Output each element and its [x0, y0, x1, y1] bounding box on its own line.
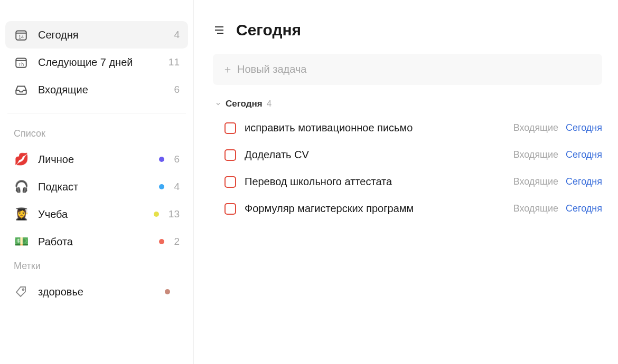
task-row[interactable]: Перевод школьного аттестата Входящие Сег… [213, 168, 602, 195]
sidebar-item-today[interactable]: 14 Сегодня 4 [5, 21, 188, 49]
sidebar: 14 Сегодня 4 Th Следующие 7 дней 11 Вход… [0, 0, 194, 364]
sidebar-item-inbox[interactable]: Входящие 6 [5, 76, 188, 103]
inbox-icon [14, 82, 29, 97]
sidebar-item-label: Сегодня [38, 29, 79, 41]
sidebar-item-label: Подкаст [38, 181, 78, 193]
task-checkbox[interactable] [224, 203, 236, 215]
svg-text:14: 14 [18, 34, 24, 40]
sidebar-list-study[interactable]: 👩‍🎓 Учеба 13 [5, 200, 188, 228]
sidebar-divider [7, 113, 186, 113]
task-group-count: 4 [267, 99, 271, 109]
task-meta: Входящие Сегодня [513, 203, 602, 214]
sidebar-list-work[interactable]: 💵 Работа 2 [5, 228, 188, 255]
sidebar-item-count: 6 [174, 84, 180, 95]
sidebar-item-label: Учеба [38, 208, 68, 221]
sidebar-item-label: Работа [38, 236, 73, 248]
task-meta: Входящие Сегодня [513, 176, 602, 187]
task-row[interactable]: исправить мотивационное письмо Входящие … [213, 114, 602, 141]
sidebar-item-label: здоровье [38, 286, 83, 298]
toggle-sidebar-icon[interactable] [213, 24, 226, 36]
sidebar-lists-header: Список [5, 123, 188, 146]
tag-icon [14, 284, 29, 299]
color-dot [154, 212, 159, 217]
new-task-input[interactable]: ＋ Новый задача [213, 54, 602, 85]
task-group-label: Сегодня [226, 99, 263, 109]
task-checkbox[interactable] [224, 176, 236, 188]
sidebar-tags-header: Метки [5, 255, 188, 278]
new-task-placeholder: Новый задача [237, 63, 306, 75]
task-group-header[interactable]: Сегодня 4 [213, 97, 602, 114]
task-checkbox[interactable] [224, 149, 236, 161]
lips-icon: 💋 [14, 152, 29, 167]
sidebar-item-count: 6 [174, 154, 180, 165]
sidebar-item-count: 4 [174, 29, 180, 41]
task-date-label: Сегодня [566, 122, 602, 133]
sidebar-item-label: Входящие [38, 84, 88, 96]
sidebar-item-count: 13 [168, 208, 180, 220]
chevron-down-icon [215, 101, 221, 107]
sidebar-item-count: 4 [174, 181, 180, 193]
task-title: Формуляр магистерских программ [245, 203, 513, 215]
task-list-label: Входящие [513, 203, 558, 214]
sidebar-item-count: 2 [174, 236, 180, 247]
task-title: Перевод школьного аттестата [245, 176, 513, 188]
task-checkbox[interactable] [224, 122, 236, 134]
sidebar-item-label: Следующие 7 дней [38, 56, 133, 69]
sidebar-list-podcast[interactable]: 🎧 Подкаст 4 [5, 173, 188, 200]
task-meta: Входящие Сегодня [513, 149, 602, 160]
sidebar-item-next-7-days[interactable]: Th Следующие 7 дней 11 [5, 49, 188, 76]
sidebar-item-count: 11 [168, 56, 180, 68]
color-dot [159, 184, 164, 189]
money-icon: 💵 [14, 234, 29, 249]
task-meta: Входящие Сегодня [513, 122, 602, 133]
sidebar-list-personal[interactable]: 💋 Личное 6 [5, 146, 188, 173]
sidebar-tag-health[interactable]: здоровье [5, 278, 188, 305]
task-date-label: Сегодня [566, 176, 602, 187]
task-row[interactable]: Доделать CV Входящие Сегодня [213, 141, 602, 168]
task-title: Доделать CV [245, 149, 513, 161]
graduate-icon: 👩‍🎓 [14, 207, 29, 222]
svg-text:Th: Th [18, 62, 24, 67]
svg-point-6 [23, 289, 24, 291]
color-dot [159, 239, 164, 244]
page-header: Сегодня [213, 21, 602, 39]
headphones-icon: 🎧 [14, 179, 29, 194]
task-list-label: Входящие [513, 176, 558, 187]
calendar-week-icon: Th [14, 55, 29, 70]
task-date-label: Сегодня [566, 149, 602, 160]
task-date-label: Сегодня [566, 203, 602, 214]
calendar-today-icon: 14 [14, 27, 29, 42]
color-dot [159, 157, 164, 162]
page-title: Сегодня [236, 21, 301, 39]
task-title: исправить мотивационное письмо [245, 122, 513, 134]
task-list-label: Входящие [513, 122, 558, 133]
sidebar-item-label: Личное [38, 154, 74, 166]
task-row[interactable]: Формуляр магистерских программ Входящие … [213, 195, 602, 222]
plus-icon: ＋ [222, 62, 233, 76]
task-list-label: Входящие [513, 149, 558, 160]
main-panel: Сегодня ＋ Новый задача Сегодня 4 исправи… [194, 0, 618, 364]
color-dot [165, 289, 170, 294]
